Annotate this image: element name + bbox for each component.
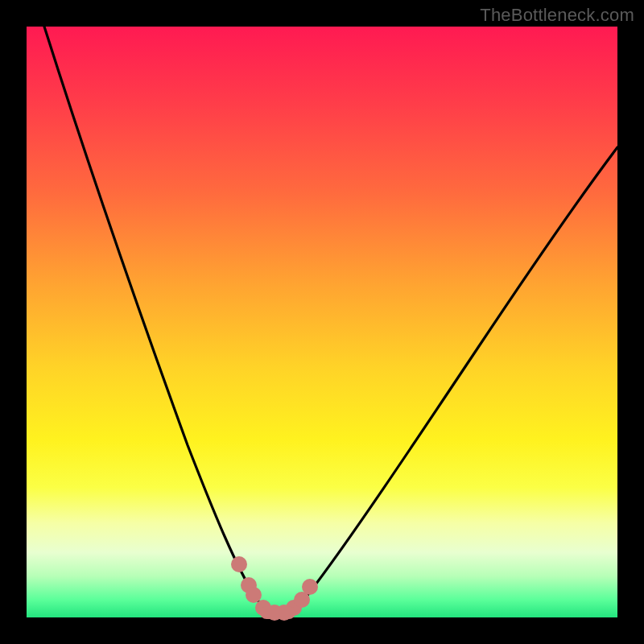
watermark-text: TheBottleneck.com: [480, 5, 634, 26]
svg-point-8: [302, 579, 318, 595]
chart-frame: TheBottleneck.com: [0, 0, 644, 644]
svg-point-2: [246, 587, 262, 603]
svg-point-0: [231, 556, 247, 572]
bottleneck-curve-path: [44, 27, 617, 614]
chart-plot-area: [27, 27, 617, 617]
trough-markers: [231, 556, 318, 621]
svg-rect-9: [260, 606, 295, 619]
bottleneck-curve-svg: [27, 27, 617, 617]
